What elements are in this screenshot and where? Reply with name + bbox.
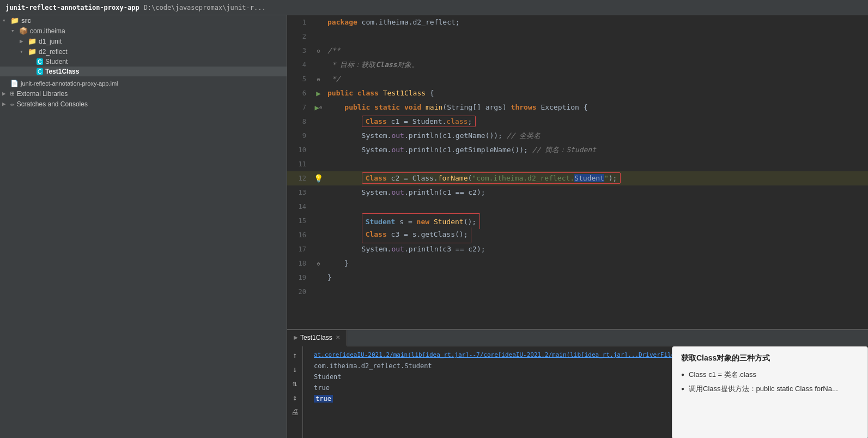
bottom-content: ↑ ↓ ⇅ ↕ 🖨 at.core[ideaIU-2021.2/main(lib… [287,346,868,438]
tab-x-icon[interactable]: ✕ [336,334,340,340]
label-src: src [21,17,31,25]
label-student: Student [45,58,68,65]
code-line-6: 6 ▶ public class Test1Class { [287,86,868,100]
run-btn-6[interactable]: ▶ [316,89,320,98]
folder-icon-d2: 📁 [28,47,37,56]
fold-btn-5[interactable]: ⊖ [317,76,320,82]
gutter-3: ⊖ [312,48,325,54]
label-com: com.itheima [30,27,65,35]
line-num-18: 18 [287,260,312,267]
sidebar-item-external-libs[interactable]: ▶ ⊞ External Libraries [0,88,287,99]
code-line-16: 16 Class c3 = s.getClass(); [287,228,868,242]
sort2-btn[interactable]: ↕ [289,392,300,403]
popup-item-1: Class c1 = 类名.class [681,370,859,380]
code-line-20: 20 [287,285,868,299]
arrow-src: ▾ [2,17,9,24]
line-num-8: 8 [287,118,312,125]
code-line-17: 17 System.out.println(c3 == c2); [287,242,868,256]
code-line-1: 1 package com.itheima.d2_reflect; [287,15,868,29]
arrow-scratches: ▶ [2,100,9,107]
code-line-13: 13 System.out.println(c1 == c2); [287,185,868,200]
popup-item-2: 调用Class提供方法：public static Class forNa... [681,384,859,394]
label-iml: junit-reflect-annotation-proxy-app.iml [21,80,118,87]
code-line-10: 10 System.out.println(c1.getSimpleName()… [287,143,868,157]
line-num-5: 5 [287,75,312,83]
sidebar-item-d1junit[interactable]: ▶ 📁 d1_junit [0,36,287,46]
print-btn[interactable]: 🖨 [289,406,300,417]
gutter-7: ▶⊖ [312,103,325,112]
line-num-20: 20 [287,288,312,296]
tab-test1class[interactable]: ▶ Test1Class ✕ [287,330,347,346]
scroll-up-btn[interactable]: ↑ [289,350,300,361]
code-line-12: 12 💡 Class c2 = Class.forName("com.ithei… [287,171,868,185]
line-num-15: 15 [287,217,312,225]
sidebar-item-test1class[interactable]: ▶ C Test1Class [0,67,287,76]
class-icon-test1: C [37,68,43,75]
fold-btn-18[interactable]: ⊖ [317,261,320,267]
scroll-down-btn[interactable]: ↓ [289,364,300,375]
sidebar-item-src[interactable]: ▾ 📁 src [0,15,287,26]
title-bar: junit-reflect-annotation-proxy-app D:\co… [0,0,868,15]
sidebar-item-scratches[interactable]: ▶ ✏ Scratches and Consoles [0,99,287,109]
sidebar-item-com-itheima[interactable]: ▾ 📦 com.itheima [0,26,287,36]
project-name: junit-reflect-annotation-proxy-app [5,4,139,11]
code-line-9: 9 System.out.println(c1.getName()); // 全… [287,129,868,143]
tab-label: Test1Class [300,334,332,341]
line-num-17: 17 [287,245,312,253]
hint-icon-12[interactable]: 💡 [314,174,323,183]
line-num-16: 16 [287,231,312,239]
file-icon-iml: 📄 [10,80,19,87]
code-13: System.out.println(c1 == c2); [325,185,868,200]
code-10: System.out.println(c1.getSimpleName()); … [325,143,868,157]
popup-note: 获取Class对象的三种方式 Class c1 = 类名.class 调用Cla… [672,346,868,438]
editor-content[interactable]: 1 package com.itheima.d2_reflect; 2 3 ⊖ … [287,15,868,329]
code-8: Class c1 = Student.class; [325,115,868,129]
code-line-2: 2 [287,29,868,44]
code-16: Class c3 = s.getClass(); [325,227,868,243]
label-scratches: Scratches and Consoles [17,100,88,108]
line-num-14: 14 [287,203,312,211]
line-num-2: 2 [287,33,312,40]
arrow-extlibs: ▶ [2,90,9,97]
label-d2: d2_reflect [39,48,68,56]
editor-area: 1 package com.itheima.d2_reflect; 2 3 ⊖ … [287,15,868,438]
code-line-18: 18 ⊖ } [287,256,868,271]
project-path: D:\code\javasepromax\junit-r... [144,4,266,11]
line-num-4: 4 [287,61,312,69]
arrow-com: ▾ [11,27,17,34]
sidebar-item-iml[interactable]: ▶ 📄 junit-reflect-annotation-proxy-app.i… [0,79,287,88]
label-external-libs: External Libraries [17,90,68,98]
sidebar-item-student[interactable]: ▶ C Student [0,57,287,67]
code-line-5: 5 ⊖ */ [287,72,868,86]
code-15: Student s = new Student(); [325,213,868,229]
line-num-1: 1 [287,19,312,26]
gutter-18: ⊖ [312,261,325,267]
arrow-d2: ▾ [20,48,26,55]
code-line-15: 15 Student s = new Student(); [287,214,868,228]
line-num-7: 7 [287,104,312,111]
sidebar-item-d2reflect[interactable]: ▾ 📁 d2_reflect [0,46,287,57]
scratches-icon: ✏ [10,100,15,108]
code-line-7: 7 ▶⊖ public static void main(String[] ar… [287,100,868,115]
fold-btn-3[interactable]: ⊖ [317,48,320,54]
run-btn-7[interactable]: ▶ [315,103,319,112]
popup-list: Class c1 = 类名.class 调用Class提供方法：public s… [681,370,859,394]
sort-btn[interactable]: ⇅ [289,378,300,389]
tab-close-icon[interactable]: ▶ [294,334,298,340]
gutter-6: ▶ [312,89,325,98]
code-19: } [325,271,868,285]
code-container: 1 package com.itheima.d2_reflect; 2 3 ⊖ … [287,15,868,329]
sidebar: ▾ 📁 src ▾ 📦 com.itheima ▶ 📁 d1_junit ▾ 📁… [0,15,287,438]
code-9: System.out.println(c1.getName()); // 全类名 [325,129,868,143]
line-num-11: 11 [287,160,312,168]
fold-btn-7[interactable]: ⊖ [319,105,322,110]
gutter-12: 💡 [312,174,325,183]
code-3: /** [325,44,868,58]
arrow-d1: ▶ [20,38,26,45]
code-12: Class c2 = Class.forName("com.itheima.d2… [325,171,868,185]
code-17: System.out.println(c3 == c2); [325,242,868,256]
code-4: * 目标：获取Class对象。 [325,58,868,72]
popup-title: 获取Class对象的三种方式 [681,353,859,363]
code-6: public class Test1Class { [325,86,868,100]
line-num-3: 3 [287,47,312,55]
